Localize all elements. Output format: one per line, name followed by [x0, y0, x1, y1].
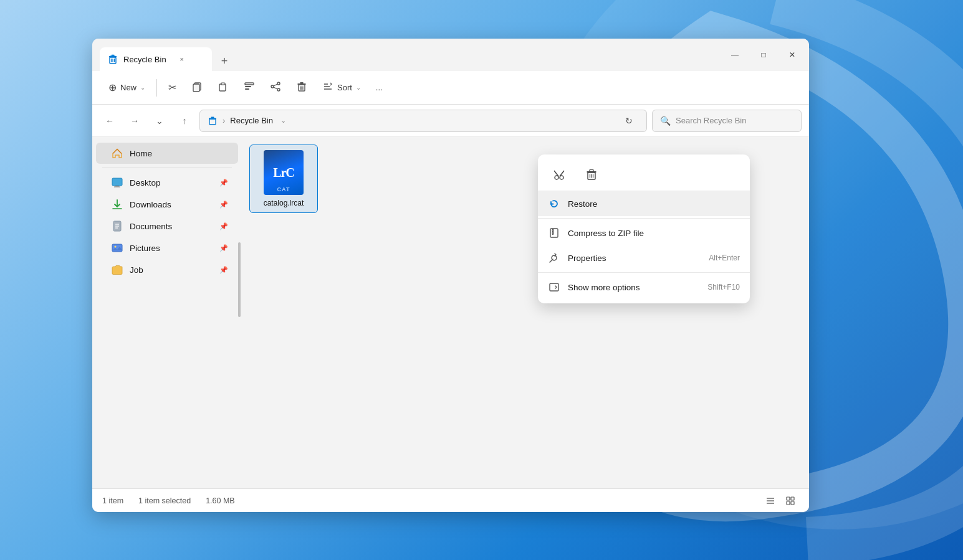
sidebar-item-documents-label: Documents	[130, 222, 213, 231]
svg-rect-31	[112, 178, 122, 186]
home-icon	[111, 147, 123, 159]
job-folder-icon	[111, 263, 123, 276]
job-pin-icon: 📌	[219, 266, 228, 274]
sort-icon	[322, 81, 333, 95]
toolbar: ⊕ New ⌄ ✂	[92, 71, 809, 105]
sort-chevron: ⌄	[356, 84, 361, 91]
copy-icon	[191, 81, 203, 95]
context-toolbar	[538, 158, 750, 191]
rename-button[interactable]	[237, 77, 261, 98]
sidebar-scrollbar[interactable]	[238, 242, 241, 317]
svg-rect-20	[298, 83, 306, 85]
cut-icon: ✂	[168, 82, 176, 93]
new-tab-button[interactable]: +	[214, 51, 234, 71]
properties-icon	[548, 252, 560, 264]
sidebar-item-downloads-label: Downloads	[130, 200, 213, 209]
ctx-restore-item[interactable]: Restore	[538, 191, 750, 216]
sidebar-item-desktop[interactable]: Desktop 📌	[96, 172, 238, 193]
delete-button[interactable]	[290, 77, 314, 98]
sidebar-item-home-label: Home	[130, 149, 228, 158]
explorer-window: Recycle Bin × + — □ ✕ ⊕ New ⌄ ✂	[92, 39, 809, 512]
status-bar: 1 item 1 item selected 1.60 MB	[92, 488, 809, 512]
refresh-button[interactable]: ↻	[619, 111, 639, 131]
restore-icon	[548, 197, 560, 210]
desktop-pin-icon: 📌	[219, 179, 228, 187]
svg-rect-21	[300, 82, 304, 83]
back-button[interactable]: ←	[100, 111, 120, 131]
ctx-properties-item[interactable]: Properties Alt+Enter	[538, 245, 750, 270]
maximize-button[interactable]: □	[749, 45, 778, 65]
tab-recycle-bin[interactable]: Recycle Bin ×	[100, 47, 212, 71]
address-box[interactable]: › Recycle Bin ⌄ ↻	[199, 110, 647, 132]
grid-view-button[interactable]	[782, 492, 799, 510]
svg-point-15	[277, 88, 280, 91]
ctx-delete-button[interactable]	[580, 163, 603, 186]
share-button[interactable]	[264, 77, 287, 98]
pictures-pin-icon: 📌	[219, 244, 228, 252]
svg-rect-8	[193, 84, 199, 92]
ctx-more-options-item[interactable]: Show more options Shift+F10	[538, 275, 750, 300]
ctx-zip-label: Compress to ZIP file	[568, 229, 740, 238]
documents-pin-icon: 📌	[219, 222, 228, 230]
sidebar-item-pictures-label: Pictures	[130, 244, 213, 253]
lrc-file-icon: LrC CAT	[264, 150, 304, 195]
address-recycle-icon	[208, 116, 218, 126]
toolbar-separator-1	[156, 79, 157, 97]
sort-button[interactable]: Sort ⌄	[316, 77, 367, 98]
svg-point-16	[271, 85, 274, 88]
downloads-icon	[111, 198, 123, 211]
svg-rect-28	[209, 119, 216, 125]
view-toggle	[762, 492, 799, 510]
ctx-divider-2	[538, 272, 750, 273]
search-placeholder: Search Recycle Bin	[676, 116, 746, 125]
sidebar-item-job-label: Job	[130, 265, 213, 275]
zip-icon	[548, 227, 560, 239]
sidebar-item-home[interactable]: Home	[96, 143, 238, 164]
new-button[interactable]: ⊕ New ⌄	[102, 78, 151, 97]
recent-locations-button[interactable]: ⌄	[150, 111, 170, 131]
file-thumbnail: LrC CAT	[261, 150, 306, 195]
minimize-button[interactable]: —	[721, 45, 749, 65]
svg-rect-66	[791, 501, 794, 505]
svg-rect-10	[221, 83, 225, 85]
sidebar-item-documents[interactable]: Documents 📌	[96, 216, 238, 237]
ctx-zip-item[interactable]: Compress to ZIP file	[538, 221, 750, 245]
status-size: 1.60 MB	[206, 496, 235, 505]
file-item-catalog[interactable]: LrC CAT catalog.lrcat	[249, 145, 318, 213]
more-options-button[interactable]: ...	[370, 79, 389, 96]
desktop-icon	[111, 176, 123, 189]
close-button[interactable]: ✕	[778, 45, 807, 65]
sidebar-item-job[interactable]: Job 📌	[96, 259, 238, 280]
sidebar-item-pictures[interactable]: Pictures 📌	[96, 237, 238, 259]
svg-line-18	[274, 87, 277, 89]
svg-rect-56	[552, 232, 553, 234]
search-icon: 🔍	[660, 116, 671, 126]
svg-point-40	[115, 246, 117, 248]
paste-icon	[218, 81, 229, 95]
forward-button[interactable]: →	[125, 111, 145, 131]
cut-button[interactable]: ✂	[162, 78, 183, 97]
svg-line-17	[274, 84, 277, 86]
address-bar-row: ← → ⌄ ↑ › Recycle Bin ⌄ ↻ 🔍 Search Recyc…	[92, 105, 809, 137]
ctx-more-options-label: Show more options	[568, 283, 700, 292]
more-options-icon	[548, 281, 560, 293]
ctx-cut-button[interactable]	[548, 163, 570, 186]
up-button[interactable]: ↑	[175, 111, 194, 131]
status-selected: 1 item selected	[138, 496, 191, 505]
file-area: LrC CAT catalog.lrcat	[242, 137, 809, 488]
search-box[interactable]: 🔍 Search Recycle Bin	[652, 110, 802, 132]
paste-button[interactable]	[211, 77, 235, 98]
list-view-button[interactable]	[762, 492, 779, 510]
tab-close-button[interactable]: ×	[176, 54, 188, 65]
svg-rect-39	[112, 244, 122, 252]
downloads-pin-icon: 📌	[219, 201, 228, 209]
copy-button[interactable]	[185, 77, 209, 98]
sidebar-item-desktop-label: Desktop	[130, 178, 213, 187]
sidebar: Home Desktop 📌	[92, 137, 242, 488]
svg-rect-13	[245, 88, 249, 90]
sidebar-item-downloads[interactable]: Downloads 📌	[96, 194, 238, 215]
title-bar: Recycle Bin × + — □ ✕	[92, 39, 809, 71]
file-name: catalog.lrcat	[264, 199, 304, 207]
svg-rect-65	[787, 501, 790, 505]
svg-rect-55	[552, 230, 553, 231]
